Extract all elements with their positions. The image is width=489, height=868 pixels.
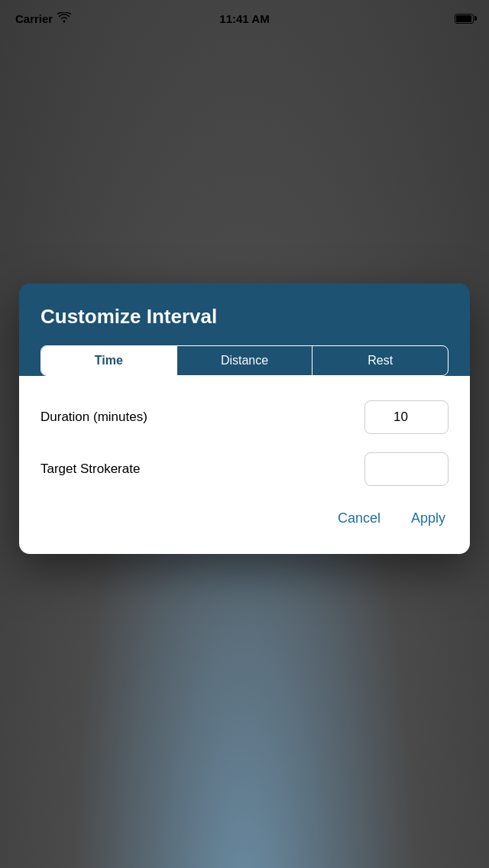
duration-label: Duration (minutes) bbox=[40, 410, 364, 425]
tab-bar: Time Distance Rest bbox=[40, 345, 449, 376]
strokerate-label: Target Strokerate bbox=[40, 462, 364, 477]
dialog: Customize Interval Time Distance Rest Du… bbox=[19, 283, 470, 554]
status-right bbox=[455, 14, 474, 24]
duration-input[interactable] bbox=[364, 400, 449, 434]
dialog-header: Customize Interval Time Distance Rest bbox=[19, 283, 470, 376]
dialog-title: Customize Interval bbox=[40, 305, 449, 329]
carrier-label: Carrier bbox=[15, 12, 53, 25]
strokerate-row: Target Strokerate bbox=[40, 452, 449, 486]
strokerate-input[interactable] bbox=[364, 452, 449, 486]
tab-distance[interactable]: Distance bbox=[177, 346, 313, 375]
modal-overlay: Customize Interval Time Distance Rest Du… bbox=[0, 0, 489, 868]
cancel-button[interactable]: Cancel bbox=[335, 504, 384, 533]
dialog-actions: Cancel Apply bbox=[40, 504, 449, 533]
wifi-icon bbox=[57, 12, 71, 25]
tab-time[interactable]: Time bbox=[41, 346, 177, 375]
status-left: Carrier bbox=[15, 12, 71, 25]
status-bar: Carrier 11:41 AM bbox=[0, 0, 489, 34]
status-time: 11:41 AM bbox=[219, 12, 269, 25]
apply-button[interactable]: Apply bbox=[408, 504, 449, 533]
tab-rest[interactable]: Rest bbox=[313, 346, 448, 375]
duration-row: Duration (minutes) bbox=[40, 400, 449, 434]
battery-icon bbox=[455, 14, 474, 24]
dialog-body: Duration (minutes) Target Strokerate Can… bbox=[19, 376, 470, 554]
